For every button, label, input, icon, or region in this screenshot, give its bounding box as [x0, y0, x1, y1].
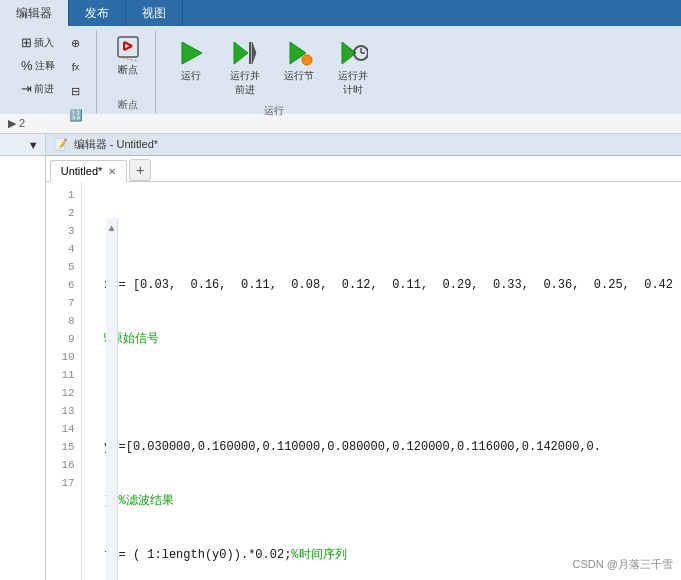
- new-tab-btn[interactable]: +: [129, 159, 151, 181]
- line-numbers: 1 2 3 4 5 6 7 8 9 10 11 12 13 14 15 16 1…: [46, 182, 82, 580]
- run-advance-btn[interactable]: 运行并 前进: [218, 32, 272, 102]
- svg-line-3: [124, 46, 132, 50]
- breakpoint-label: 断点: [118, 63, 138, 77]
- svg-marker-5: [182, 42, 202, 64]
- editor-title: 编辑器 - Untitled*: [74, 137, 158, 152]
- code-line-2: x = [0.03, 0.16, 0.11, 0.08, 0.12, 0.11,…: [90, 276, 673, 294]
- run-time-icon: [337, 37, 369, 69]
- breadcrumb: ▶ 2: [8, 117, 25, 130]
- comment-btn[interactable]: % 注释: [16, 55, 60, 76]
- run-node-label: 运行节: [284, 69, 314, 83]
- tab-close-btn[interactable]: ✕: [108, 166, 116, 177]
- ribbon-edit-section: ⊞ 插入 % 注释 ⇥ 前进 ⊕ fx ⊟ 🔢 ⊞: [8, 30, 97, 114]
- breakpoint-btn[interactable]: 断点: [109, 32, 147, 80]
- ribbon-run-section: 运行 运行并 前进: [160, 30, 388, 114]
- ribbon: ⊞ 插入 % 注释 ⇥ 前进 ⊕ fx ⊟ 🔢 ⊞: [0, 26, 681, 114]
- run-buttons-row: 运行 运行并 前进: [168, 32, 380, 102]
- svg-marker-8: [252, 42, 256, 64]
- fx-btn[interactable]: fx: [64, 56, 88, 78]
- svg-line-2: [124, 42, 132, 46]
- editor-header: 📝 编辑器 - Untitled*: [46, 134, 681, 156]
- code-line-5: y0=[0.030000,0.160000,0.110000,0.080000,…: [90, 438, 673, 456]
- run-label: 运行: [181, 69, 201, 83]
- run-section-label: 运行: [264, 102, 284, 118]
- advance-btn[interactable]: ⇥ 前进: [16, 78, 60, 99]
- breakpoint-icon: [114, 35, 142, 63]
- editor-area: 📝 编辑器 - Untitled* Untitled* ✕ + 1 2 3 4 …: [46, 134, 681, 580]
- main-area: ▼ ▲ 📝 编辑器 - Untitled* Untitled* ✕ + 1 2 …: [0, 134, 681, 580]
- svg-point-10: [302, 55, 312, 65]
- scroll-up-arrow[interactable]: ▲: [106, 222, 117, 233]
- run-advance-icon: [229, 37, 261, 69]
- file-panel-header: ▼: [0, 134, 45, 156]
- code-line-3: %原始信号: [90, 330, 673, 348]
- editor-tabs: Untitled* ✕ +: [46, 156, 681, 182]
- run-icon: [175, 37, 207, 69]
- code-line-1: [90, 222, 673, 240]
- code-line-4: [90, 384, 673, 402]
- svg-marker-6: [234, 42, 248, 64]
- run-node-btn[interactable]: 运行节: [276, 32, 322, 88]
- code-editor[interactable]: 1 2 3 4 5 6 7 8 9 10 11 12 13 14 15 16 1…: [46, 182, 681, 580]
- code-content[interactable]: x = [0.03, 0.16, 0.11, 0.08, 0.12, 0.11,…: [82, 182, 681, 580]
- file-panel-icon[interactable]: ▼: [28, 139, 39, 151]
- run-node-icon: [283, 37, 315, 69]
- editor-tab-untitled[interactable]: Untitled* ✕: [50, 160, 128, 182]
- menu-icon-btn[interactable]: ⊟: [64, 80, 88, 102]
- extra1-btn[interactable]: 🔢: [64, 104, 88, 126]
- toolbar-tabs: 编辑器 发布 视图: [0, 0, 681, 26]
- editor-file-icon: 📝: [54, 138, 68, 151]
- run-time-label: 运行并 计时: [333, 69, 373, 97]
- file-panel: ▼ ▲: [0, 134, 46, 580]
- run-btn[interactable]: 运行: [168, 32, 214, 88]
- breadcrumb-bar: ▶ 2: [0, 114, 681, 134]
- tab-editor[interactable]: 编辑器: [0, 0, 69, 26]
- editor-tab-name: Untitled*: [61, 165, 103, 177]
- insert-btn[interactable]: ⊞ 插入: [16, 32, 60, 53]
- ribbon-breakpoint-section: 断点 断点: [101, 30, 156, 114]
- insert-icon-btn[interactable]: ⊕: [64, 32, 88, 54]
- run-time-btn[interactable]: 运行并 计时: [326, 32, 380, 102]
- tab-publish[interactable]: 发布: [69, 0, 126, 26]
- code-line-7: t = ( 1:length(y0)).*0.02;%时间序列: [90, 546, 673, 564]
- code-line-6: ];%滤波结果: [90, 492, 673, 510]
- run-advance-label: 运行并 前进: [225, 69, 265, 97]
- breakpoint-section-label: 断点: [118, 96, 138, 112]
- tab-view[interactable]: 视图: [126, 0, 183, 26]
